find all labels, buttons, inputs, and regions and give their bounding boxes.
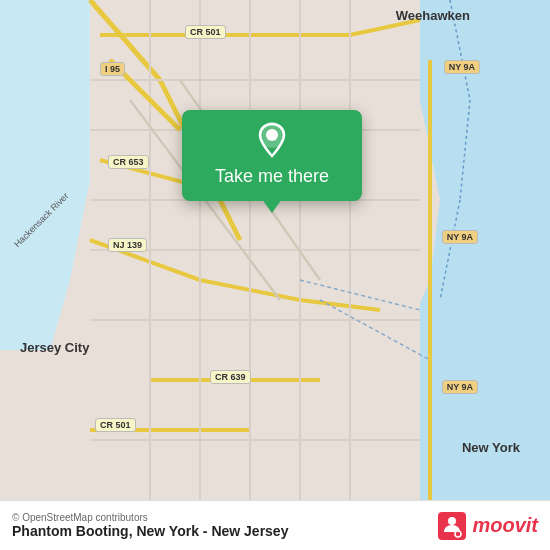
map-container: Weehawken Jersey City New York Hackensac… — [0, 0, 550, 500]
ny9a-top-badge: NY 9A — [444, 60, 480, 74]
svg-point-41 — [455, 531, 461, 537]
bottom-info: © OpenStreetMap contributors Phantom Boo… — [12, 512, 288, 539]
svg-point-38 — [266, 129, 278, 141]
location-title: Phantom Booting, New York - New Jersey — [12, 523, 288, 539]
moovit-icon — [438, 512, 466, 540]
svg-point-3 — [15, 215, 65, 245]
location-pin-icon — [254, 122, 290, 158]
i95-badge: I 95 — [100, 62, 125, 76]
moovit-wordmark: moovit — [472, 514, 538, 537]
map-attribution: © OpenStreetMap contributors — [12, 512, 288, 523]
bottom-bar: © OpenStreetMap contributors Phantom Boo… — [0, 500, 550, 550]
ny9a-low-badge: NY 9A — [442, 380, 478, 394]
moovit-logo: moovit — [438, 512, 538, 540]
ny9a-mid-badge: NY 9A — [442, 230, 478, 244]
road-network — [0, 0, 550, 500]
cr501-bottom-badge: CR 501 — [95, 418, 136, 432]
popup-button-label[interactable]: Take me there — [202, 166, 342, 187]
nj139-badge: NJ 139 — [108, 238, 147, 252]
cr653-badge: CR 653 — [108, 155, 149, 169]
cr501-top-badge: CR 501 — [185, 25, 226, 39]
popup-card[interactable]: Take me there — [182, 110, 362, 201]
svg-point-40 — [448, 517, 456, 525]
cr639-badge: CR 639 — [210, 370, 251, 384]
